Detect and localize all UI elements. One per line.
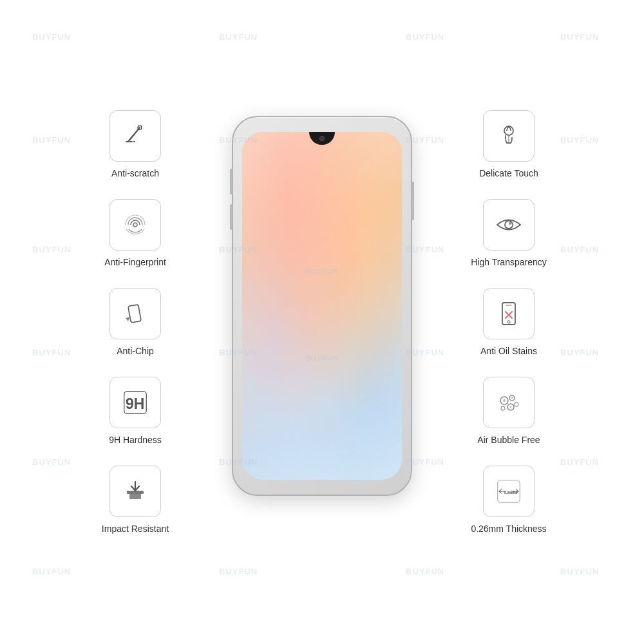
feature-anti-scratch: Anti-scratch bbox=[109, 110, 161, 178]
air-bubble-free-label: Air Bubble Free bbox=[477, 435, 540, 445]
watermark: BUYFUN bbox=[219, 32, 258, 42]
high-transparency-icon-box bbox=[483, 199, 535, 251]
feature-air-bubble-free: Air Bubble Free bbox=[477, 377, 540, 445]
svg-line-0 bbox=[128, 128, 140, 142]
chip-icon bbox=[120, 299, 150, 328]
main-container: BUYFUN BUYFUN BUYFUN BUYFUN BUYFUN BUYFU… bbox=[0, 0, 644, 644]
9h-icon-box: 9H bbox=[109, 377, 161, 428]
svg-rect-9 bbox=[129, 494, 141, 499]
watermark: BUYFUN bbox=[32, 32, 71, 42]
watermark: BUYFUN bbox=[406, 32, 444, 42]
anti-scratch-icon-box bbox=[109, 110, 161, 162]
phone-clean-icon bbox=[494, 299, 524, 328]
anti-oil-stains-label: Anti Oil Stains bbox=[480, 346, 537, 356]
high-transparency-label: High Transparency bbox=[471, 257, 547, 267]
feature-9h-hardness: 9H 9H Hardness bbox=[109, 377, 162, 445]
bubbles-icon bbox=[494, 388, 524, 417]
anti-fingerprint-icon-box bbox=[109, 199, 161, 251]
svg-point-14 bbox=[509, 222, 511, 225]
svg-text:9H: 9H bbox=[126, 395, 144, 412]
svg-point-16 bbox=[507, 321, 510, 323]
phone-mockup: BUYFUN BUYFUN bbox=[219, 116, 425, 528]
svg-point-21 bbox=[503, 399, 506, 402]
svg-rect-4 bbox=[128, 305, 141, 323]
watermark: BUYFUN bbox=[560, 32, 599, 42]
feature-anti-fingerprint: Anti-Fingerprint bbox=[104, 199, 166, 267]
impact-icon-box bbox=[109, 466, 161, 517]
delicate-touch-label: Delicate Touch bbox=[479, 168, 538, 178]
features-left: Anti-scratch Anti-Fingerprint bbox=[64, 110, 206, 534]
phone-screen-bg: BUYFUN BUYFUN bbox=[242, 132, 402, 480]
svg-point-13 bbox=[505, 221, 513, 229]
touch-icon bbox=[494, 121, 524, 151]
anti-scratch-label: Anti-scratch bbox=[111, 168, 159, 178]
impact-icon bbox=[120, 477, 150, 506]
air-bubble-icon-box bbox=[483, 377, 535, 428]
anti-fingerprint-label: Anti-Fingerprint bbox=[104, 257, 166, 267]
watermark: BUYFUN bbox=[406, 567, 444, 576]
anti-oil-icon-box bbox=[483, 288, 535, 339]
svg-marker-5 bbox=[126, 317, 129, 321]
phone-screen: BUYFUN BUYFUN bbox=[242, 132, 402, 480]
feature-anti-chip: Anti-Chip bbox=[109, 288, 161, 356]
thickness-label: 0.26mm Thickness bbox=[471, 524, 546, 534]
phone-outer: BUYFUN BUYFUN bbox=[232, 116, 412, 496]
svg-point-27 bbox=[515, 402, 518, 406]
features-right: Delicate Touch High Transparency bbox=[438, 110, 580, 534]
feature-impact-resistant: Impact Resistant bbox=[102, 466, 169, 534]
svg-point-25 bbox=[510, 406, 512, 408]
thickness-icon: 0.26MM bbox=[494, 477, 524, 506]
fingerprint-icon bbox=[120, 210, 150, 240]
svg-point-26 bbox=[501, 406, 505, 410]
svg-point-23 bbox=[511, 397, 513, 399]
camera-dot bbox=[319, 136, 325, 141]
watermark: BUYFUN bbox=[560, 567, 599, 576]
scratch-icon bbox=[120, 121, 150, 151]
watermark: BUYFUN bbox=[32, 567, 71, 576]
feature-high-transparency: High Transparency bbox=[471, 199, 547, 267]
9h-hardness-label: 9H Hardness bbox=[109, 435, 162, 445]
impact-resistant-label: Impact Resistant bbox=[102, 524, 169, 534]
anti-chip-label: Anti-Chip bbox=[117, 346, 154, 356]
feature-delicate-touch: Delicate Touch bbox=[479, 110, 538, 178]
feature-thickness: 0.26MM 0.26mm Thickness bbox=[471, 466, 546, 534]
svg-point-3 bbox=[133, 223, 137, 227]
anti-chip-icon-box bbox=[109, 288, 161, 339]
feature-anti-oil-stains: Anti Oil Stains bbox=[480, 288, 537, 356]
delicate-touch-icon-box bbox=[483, 110, 535, 162]
eye-icon bbox=[494, 210, 524, 240]
svg-rect-15 bbox=[502, 303, 515, 325]
svg-text:0.26MM: 0.26MM bbox=[504, 491, 518, 495]
thickness-icon-box: 0.26MM bbox=[483, 466, 535, 517]
9h-icon: 9H bbox=[120, 388, 150, 417]
screen-protector-overlay bbox=[242, 132, 402, 480]
watermark: BUYFUN bbox=[219, 567, 258, 576]
